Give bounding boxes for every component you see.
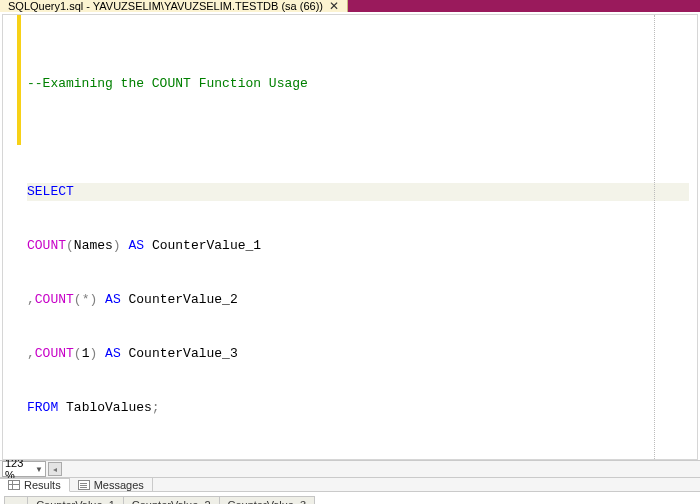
close-icon[interactable]: ✕ [329, 0, 339, 12]
margin-guide [654, 15, 655, 459]
document-tab[interactable]: SQLQuery1.sql - YAVUZSELIM\YAVUZSELIM.TE… [0, 0, 348, 12]
app-root: SQLQuery1.sql - YAVUZSELIM\YAVUZSELIM.TE… [0, 0, 700, 504]
from-keyword: FROM [27, 400, 58, 415]
tab-messages[interactable]: Messages [70, 478, 153, 491]
messages-icon [78, 480, 90, 490]
as-keyword: AS [105, 346, 121, 361]
as-keyword: AS [105, 292, 121, 307]
alias-3: CounterValue_3 [129, 346, 238, 361]
paren-close: ) [89, 346, 97, 361]
editor-gutter [3, 15, 23, 459]
paren-open: ( [74, 346, 82, 361]
alias-1: CounterValue_1 [152, 238, 261, 253]
semicolon: ; [152, 400, 160, 415]
scroll-left-icon[interactable]: ◂ [48, 462, 62, 476]
document-tabbar: SQLQuery1.sql - YAVUZSELIM\YAVUZSELIM.TE… [0, 0, 700, 12]
tab-messages-label: Messages [94, 479, 144, 491]
comma: , [27, 292, 35, 307]
tab-results-label: Results [24, 479, 61, 491]
count-func: COUNT [35, 346, 74, 361]
results-pane: CounterValue_1 CounterValue_2 CounterVal… [0, 492, 700, 504]
grid-header-row: CounterValue_1 CounterValue_2 CounterVal… [5, 497, 315, 505]
chevron-down-icon: ▼ [35, 465, 43, 474]
col-header[interactable]: CounterValue_3 [219, 497, 315, 505]
grid-icon [8, 480, 20, 490]
execution-marker [17, 15, 21, 145]
as-keyword: AS [128, 238, 144, 253]
results-tabbar: Results Messages [0, 478, 700, 492]
editor-status-row: 123 % ▼ ◂ [0, 460, 700, 478]
paren-open: ( [74, 292, 82, 307]
code-area[interactable]: --Examining the COUNT Function Usage SEL… [23, 15, 697, 459]
results-grid[interactable]: CounterValue_1 CounterValue_2 CounterVal… [4, 496, 315, 504]
comment-text: --Examining the COUNT Function Usage [27, 76, 308, 91]
count-func: COUNT [35, 292, 74, 307]
col-header[interactable]: CounterValue_2 [123, 497, 219, 505]
paren-close: ) [113, 238, 121, 253]
select-keyword: SELECT [27, 184, 74, 199]
zoom-dropdown[interactable]: 123 % ▼ [2, 461, 46, 477]
sql-editor[interactable]: --Examining the COUNT Function Usage SEL… [2, 14, 698, 460]
tab-results[interactable]: Results [0, 478, 70, 492]
table-name: TabloValues [66, 400, 152, 415]
document-tab-title: SQLQuery1.sql - YAVUZSELIM\YAVUZSELIM.TE… [8, 0, 323, 12]
paren-close: ) [89, 292, 97, 307]
count-arg: Names [74, 238, 113, 253]
paren-open: ( [66, 238, 74, 253]
count-func: COUNT [27, 238, 66, 253]
col-header[interactable]: CounterValue_1 [28, 497, 124, 505]
comma: , [27, 346, 35, 361]
grid-corner [5, 497, 28, 505]
alias-2: CounterValue_2 [129, 292, 238, 307]
